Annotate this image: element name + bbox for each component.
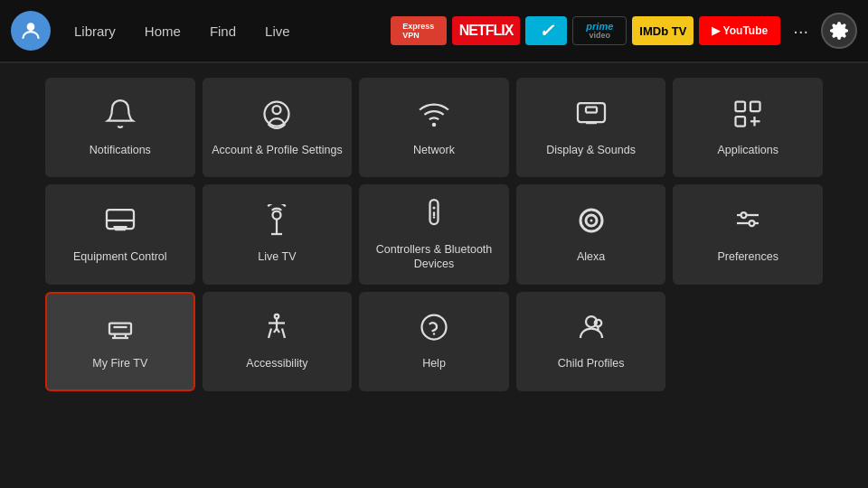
monitor-icon xyxy=(104,204,137,240)
settings-grid: Notifications Account & Profile Settings… xyxy=(0,67,868,402)
wifi-icon xyxy=(418,98,450,134)
svg-rect-5 xyxy=(586,122,597,124)
accessibility-icon xyxy=(260,311,293,347)
controllers-bluetooth-label: Controllers & Bluetooth Devices xyxy=(366,242,502,272)
network-label: Network xyxy=(413,143,455,157)
applications-label: Applications xyxy=(717,143,778,157)
app-shortcuts: ExpressVPN NETFLIX ✓ prime video IMDb TV… xyxy=(391,13,857,49)
user-avatar[interactable] xyxy=(11,11,51,51)
svg-point-38 xyxy=(275,314,279,319)
svg-point-0 xyxy=(27,23,35,31)
netflix-shortcut[interactable]: NETFLIX xyxy=(452,16,521,45)
svg-rect-15 xyxy=(107,210,134,229)
svg-line-42 xyxy=(277,329,279,333)
svg-point-31 xyxy=(741,212,747,218)
display-sounds-tile[interactable]: Display & Sounds xyxy=(516,78,666,177)
imdb-shortcut[interactable]: IMDb TV xyxy=(632,16,693,45)
svg-point-2 xyxy=(273,106,281,114)
alexa-label: Alexa xyxy=(577,249,605,264)
live-tv-label: Live TV xyxy=(258,249,296,264)
nav-find[interactable]: Find xyxy=(197,18,249,44)
svg-point-43 xyxy=(421,315,446,340)
svg-rect-10 xyxy=(736,101,746,111)
my-fire-tv-label: My Fire TV xyxy=(92,356,147,371)
top-navigation: Library Home Find Live ExpressVPN NETFLI… xyxy=(0,0,868,61)
accessibility-label: Accessibility xyxy=(246,356,307,371)
prime-shortcut[interactable]: prime video xyxy=(572,16,627,45)
svg-point-19 xyxy=(273,211,281,220)
preferences-tile[interactable]: Preferences xyxy=(673,184,823,285)
nav-home[interactable]: Home xyxy=(132,18,193,44)
expressvpn-shortcut[interactable]: ExpressVPN xyxy=(391,16,447,45)
nav-library[interactable]: Library xyxy=(61,18,128,44)
svg-point-44 xyxy=(433,333,435,335)
notifications-tile[interactable]: Notifications xyxy=(45,78,195,177)
svg-point-23 xyxy=(432,207,435,210)
applications-tile[interactable]: Applications xyxy=(673,78,823,177)
child-profiles-tile[interactable]: Child Profiles xyxy=(516,292,666,391)
nav-live[interactable]: Live xyxy=(252,18,303,44)
svg-rect-33 xyxy=(109,324,131,334)
svg-rect-12 xyxy=(736,117,746,127)
accessibility-tile[interactable]: Accessibility xyxy=(203,292,353,391)
settings-button[interactable] xyxy=(821,13,857,49)
alexa-tile[interactable]: Alexa xyxy=(516,184,666,285)
display-sounds-label: Display & Sounds xyxy=(546,143,636,157)
child-profiles-icon xyxy=(575,311,608,347)
nav-divider xyxy=(0,61,868,63)
youtube-shortcut[interactable]: ▶ YouTube xyxy=(699,16,780,45)
network-tile[interactable]: Network xyxy=(359,78,509,177)
firetv-icon xyxy=(104,311,137,347)
help-label: Help xyxy=(422,356,446,371)
freevee-shortcut[interactable]: ✓ xyxy=(525,16,567,45)
my-fire-tv-tile[interactable]: My Fire TV xyxy=(45,292,195,391)
svg-point-46 xyxy=(594,320,601,327)
apps-icon xyxy=(731,98,764,134)
help-icon xyxy=(418,311,450,347)
account-profile-tile[interactable]: Account & Profile Settings xyxy=(203,78,353,177)
antenna-icon xyxy=(260,204,293,240)
svg-point-28 xyxy=(590,220,592,222)
sliders-icon xyxy=(731,204,764,240)
live-tv-tile[interactable]: Live TV xyxy=(203,184,353,285)
equipment-control-tile[interactable]: Equipment Control xyxy=(45,184,195,285)
svg-rect-16 xyxy=(115,229,126,230)
preferences-label: Preferences xyxy=(717,249,778,264)
alexa-icon xyxy=(575,204,608,240)
equipment-control-label: Equipment Control xyxy=(73,249,167,264)
bell-icon xyxy=(104,98,137,134)
child-profiles-label: Child Profiles xyxy=(558,356,625,371)
svg-point-32 xyxy=(750,221,755,226)
nav-links: Library Home Find Live xyxy=(61,18,303,44)
svg-point-25 xyxy=(433,216,435,218)
person-circle-icon xyxy=(260,98,293,134)
display-icon xyxy=(575,98,608,134)
notifications-label: Notifications xyxy=(90,143,151,157)
remote-icon xyxy=(418,197,450,233)
help-tile[interactable]: Help xyxy=(359,292,509,391)
controllers-bluetooth-tile[interactable]: Controllers & Bluetooth Devices xyxy=(359,184,509,285)
account-profile-label: Account & Profile Settings xyxy=(212,143,343,157)
more-apps-button[interactable]: ··· xyxy=(786,17,816,45)
svg-rect-11 xyxy=(750,101,760,111)
empty-tile xyxy=(673,292,823,391)
